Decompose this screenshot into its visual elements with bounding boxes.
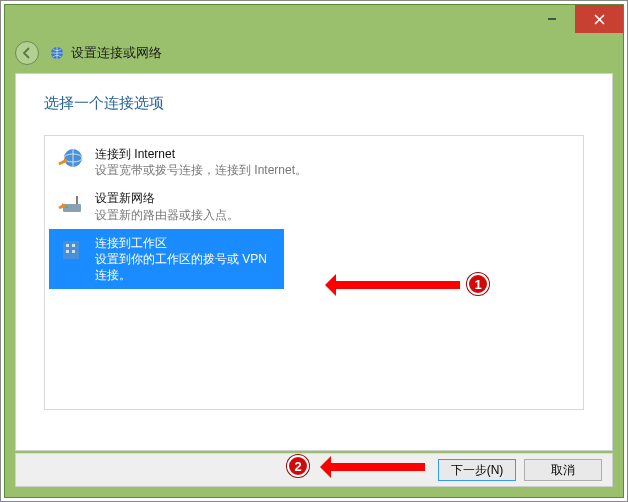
router-icon: [57, 190, 85, 218]
close-button[interactable]: [575, 5, 623, 33]
titlebar: [5, 5, 623, 33]
svg-rect-15: [72, 250, 75, 253]
next-button[interactable]: 下一步(N): [438, 459, 516, 481]
back-arrow-icon: [21, 47, 33, 59]
cancel-button[interactable]: 取消: [524, 459, 602, 481]
option-desc: 设置到你的工作区的拨号或 VPN 连接。: [95, 251, 276, 283]
annotation-badge-1: 1: [467, 273, 489, 295]
page-heading: 选择一个连接选项: [44, 94, 584, 113]
svg-rect-11: [63, 241, 79, 259]
option-title: 连接到 Internet: [95, 146, 307, 162]
minimize-icon: [547, 14, 557, 24]
globe-icon: [57, 146, 85, 174]
svg-rect-14: [66, 250, 69, 253]
header-bar: 设置连接或网络: [5, 33, 623, 73]
annotation-badge-2: 2: [287, 455, 309, 477]
back-button[interactable]: [15, 41, 39, 65]
minimize-button[interactable]: [529, 5, 575, 33]
svg-rect-13: [72, 244, 75, 247]
annotation-arrow-2: [325, 463, 425, 471]
option-new-network[interactable]: 设置新网络 设置新的路由器或接入点。: [49, 184, 579, 228]
network-icon: [49, 45, 65, 61]
annotation-arrow-1: [330, 281, 460, 289]
content-pane: 选择一个连接选项 连接到 Internet 设置宽带或拨号连接，连接到 Inte…: [15, 73, 613, 451]
option-connect-workplace[interactable]: 连接到工作区 设置到你的工作区的拨号或 VPN 连接。: [49, 229, 284, 290]
option-desc: 设置新的路由器或接入点。: [95, 207, 239, 223]
options-listbox: 连接到 Internet 设置宽带或拨号连接，连接到 Internet。 设置新…: [44, 135, 584, 410]
svg-rect-12: [66, 244, 69, 247]
dialog-window: 设置连接或网络 选择一个连接选项 连接到 Internet 设置宽带或拨号连接，…: [4, 4, 624, 498]
close-icon: [594, 14, 605, 25]
window-title: 设置连接或网络: [71, 44, 162, 62]
option-connect-internet[interactable]: 连接到 Internet 设置宽带或拨号连接，连接到 Internet。: [49, 140, 579, 184]
option-desc: 设置宽带或拨号连接，连接到 Internet。: [95, 162, 307, 178]
option-title: 设置新网络: [95, 190, 239, 206]
building-icon: [57, 235, 85, 263]
option-title: 连接到工作区: [95, 235, 276, 251]
